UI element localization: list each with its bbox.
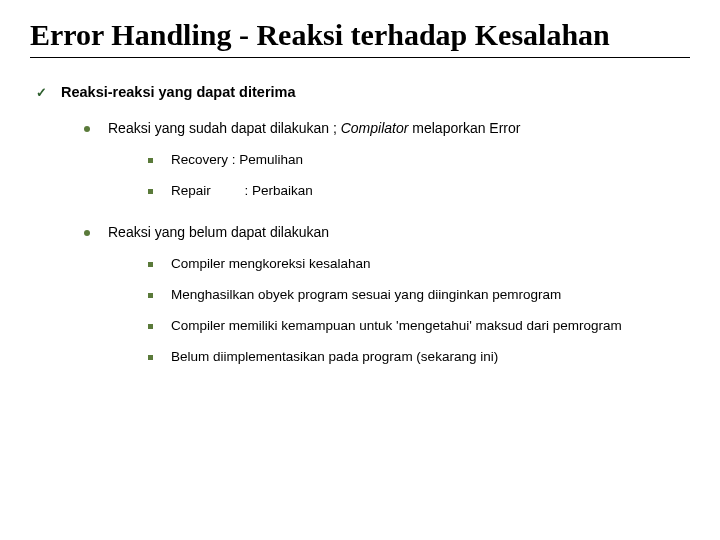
level3-text: Repair : Perbaikan: [171, 183, 313, 198]
bullet-square-icon: [148, 158, 153, 163]
bullet-level1: ✓ Reaksi-reaksi yang dapat diterima: [36, 84, 690, 102]
level3-text: Belum diimplementasikan pada program (se…: [171, 349, 498, 364]
bullet-level3: Menghasilkan obyek program sesuai yang d…: [148, 287, 690, 302]
section1-heading-italic: Compilator: [341, 120, 409, 136]
section1-heading: Reaksi yang sudah dapat dilakukan ; Comp…: [108, 120, 520, 136]
bullet-square-icon: [148, 324, 153, 329]
bullet-level3: Compiler mengkoreksi kesalahan: [148, 256, 690, 271]
bullet-square-icon: [148, 189, 153, 194]
bullet-dot-icon: [84, 126, 90, 132]
bullet-level3: Repair : Perbaikan: [148, 183, 690, 198]
bullet-square-icon: [148, 293, 153, 298]
bullet-level2-section2: Reaksi yang belum dapat dilakukan: [84, 224, 690, 240]
bullet-level3: Compiler memiliki kemampuan untuk 'menge…: [148, 318, 690, 333]
level1-text: Reaksi-reaksi yang dapat diterima: [61, 84, 296, 100]
section1-heading-pre: Reaksi yang sudah dapat dilakukan ;: [108, 120, 341, 136]
level3-text: Menghasilkan obyek program sesuai yang d…: [171, 287, 561, 302]
level3-text: Compiler memiliki kemampuan untuk 'menge…: [171, 318, 622, 333]
bullet-level3: Belum diimplementasikan pada program (se…: [148, 349, 690, 364]
bullet-level3: Recovery : Pemulihan: [148, 152, 690, 167]
section1-heading-post: melaporkan Error: [408, 120, 520, 136]
bullet-level2-section1: Reaksi yang sudah dapat dilakukan ; Comp…: [84, 120, 690, 136]
level3-text: Compiler mengkoreksi kesalahan: [171, 256, 371, 271]
check-icon: ✓: [36, 84, 47, 102]
bullet-square-icon: [148, 355, 153, 360]
bullet-dot-icon: [84, 230, 90, 236]
level3-text: Recovery : Pemulihan: [171, 152, 303, 167]
bullet-square-icon: [148, 262, 153, 267]
slide-title: Error Handling - Reaksi terhadap Kesalah…: [30, 18, 690, 58]
section2-heading: Reaksi yang belum dapat dilakukan: [108, 224, 329, 240]
